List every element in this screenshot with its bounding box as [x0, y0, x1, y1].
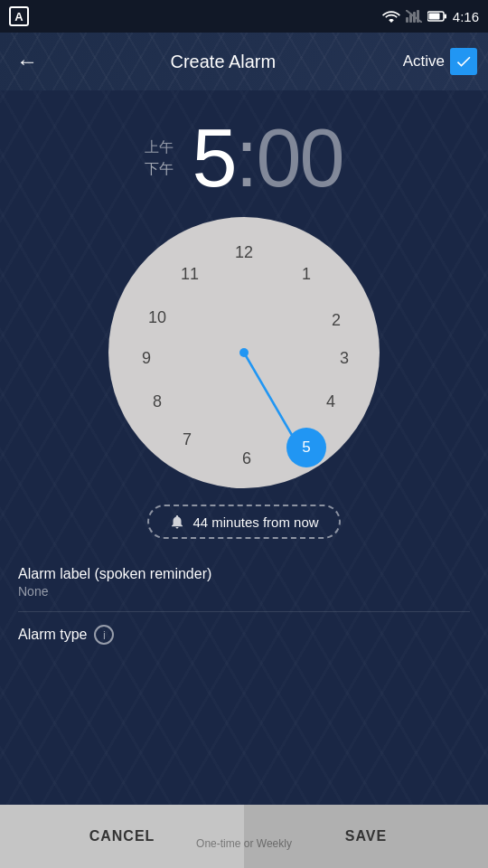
info-icon[interactable]: i — [94, 625, 114, 645]
alarm-label-section[interactable]: Alarm label (spoken reminder) None — [0, 553, 488, 602]
status-left: A — [9, 6, 29, 26]
reminder-text: 44 minutes from now — [192, 514, 318, 530]
reminder-badge: 44 minutes from now — [0, 499, 488, 553]
wifi-icon — [382, 10, 400, 23]
clock-selected-5[interactable]: 5 — [286, 428, 326, 467]
clock-face[interactable]: 12 1 2 3 4 5 6 7 8 9 10 11 — [108, 217, 380, 488]
alarm-type-label: Alarm type — [18, 627, 87, 643]
status-time: 4:16 — [453, 9, 479, 24]
time-minutes[interactable]: 00 — [256, 118, 343, 199]
bottom-bar: CANCEL One-time or Weekly SAVE — [0, 805, 488, 868]
signal-icon — [406, 10, 422, 23]
clock-hand-svg — [108, 217, 380, 488]
back-button[interactable]: ← — [11, 43, 43, 80]
checkmark-icon — [455, 52, 473, 71]
time-display: 上午 下午 5 : 00 — [0, 99, 488, 208]
bell-icon — [169, 514, 185, 530]
cancel-button[interactable]: CANCEL — [0, 805, 244, 868]
time-value: 5 : 00 — [192, 118, 343, 199]
svg-point-9 — [239, 348, 249, 357]
svg-line-8 — [244, 353, 296, 441]
status-right: 4:16 — [382, 9, 479, 24]
svg-rect-0 — [406, 17, 408, 23]
status-bar: A 4:16 — [0, 0, 488, 33]
toolbar-title: Create Alarm — [43, 52, 403, 72]
active-label: Active — [403, 52, 445, 71]
active-checkbox[interactable] — [450, 48, 477, 75]
app-icon: A — [9, 6, 29, 26]
clock-container: 12 1 2 3 4 5 6 7 8 9 10 11 — [0, 208, 488, 499]
svg-rect-6 — [444, 14, 446, 19]
battery-icon — [427, 10, 447, 23]
pm-label[interactable]: 下午 — [145, 159, 174, 179]
toolbar: ← Create Alarm Active — [0, 33, 488, 90]
svg-rect-7 — [428, 14, 439, 20]
alarm-label-title: Alarm label (spoken reminder) — [18, 566, 470, 582]
time-colon: : — [235, 118, 256, 199]
save-button[interactable]: SAVE — [244, 805, 488, 868]
main-content: 上午 下午 5 : 00 12 1 2 3 4 5 6 7 — [0, 90, 488, 805]
am-label[interactable]: 上午 — [145, 137, 174, 157]
time-hour[interactable]: 5 — [192, 118, 235, 199]
reminder-pill: 44 minutes from now — [147, 505, 340, 539]
alarm-type-section[interactable]: Alarm type i — [0, 612, 488, 652]
am-pm-group: 上午 下午 — [145, 137, 174, 180]
alarm-label-value: None — [18, 584, 470, 599]
